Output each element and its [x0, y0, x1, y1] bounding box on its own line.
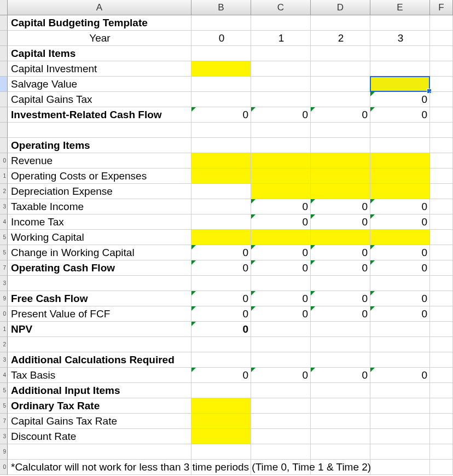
cell[interactable] — [370, 337, 430, 352]
year-3[interactable]: 3 — [370, 31, 430, 46]
cell[interactable] — [370, 352, 430, 368]
cell[interactable] — [430, 322, 453, 337]
discount-label[interactable]: Discount Rate — [8, 429, 191, 444]
cell[interactable] — [430, 368, 453, 383]
row-header[interactable]: 5 — [0, 245, 8, 260]
spreadsheet-grid[interactable]: A B C D E F Capital Budgeting Template Y… — [0, 0, 453, 475]
row-header[interactable] — [0, 46, 8, 61]
cell[interactable] — [191, 214, 251, 230]
cell[interactable] — [430, 92, 453, 107]
capital-investment-label[interactable]: Capital Investment — [8, 61, 191, 77]
cg-tax-input[interactable] — [191, 414, 251, 429]
cell[interactable] — [370, 429, 430, 444]
cell[interactable] — [311, 352, 370, 368]
cell[interactable] — [251, 383, 311, 398]
col-header-C[interactable]: C — [251, 0, 311, 15]
cell[interactable]: 0 — [191, 306, 251, 322]
cg-tax-label[interactable]: Capital Gains Tax Rate — [8, 414, 191, 429]
pv-fcf-label[interactable]: Present Value of FCF — [8, 306, 191, 322]
cell[interactable] — [191, 383, 251, 398]
row-header[interactable] — [0, 92, 8, 107]
cell[interactable] — [370, 383, 430, 398]
row-header[interactable]: 1 — [0, 169, 8, 184]
row-header[interactable]: 1 — [0, 322, 8, 337]
working-capital-input[interactable] — [191, 230, 251, 245]
capital-investment-input[interactable] — [191, 61, 251, 77]
op-costs-label[interactable]: Operating Costs or Expenses — [8, 169, 191, 184]
cell[interactable]: 0 — [370, 245, 430, 260]
working-capital-label[interactable]: Working Capital — [8, 230, 191, 245]
dep-exp-input[interactable] — [251, 184, 311, 199]
cell[interactable]: 0 — [311, 214, 370, 230]
cell[interactable] — [191, 199, 251, 214]
cell[interactable] — [311, 77, 370, 92]
cell[interactable] — [251, 322, 311, 337]
row-header[interactable]: 3 — [0, 429, 8, 444]
cell[interactable] — [430, 414, 453, 429]
cell[interactable] — [251, 414, 311, 429]
cell[interactable] — [430, 276, 453, 291]
cell[interactable] — [430, 260, 453, 276]
inv-cash-flow-label[interactable]: Investment-Related Cash Flow — [8, 107, 191, 123]
col-header-A[interactable]: A — [8, 0, 191, 15]
cell[interactable] — [251, 77, 311, 92]
cell[interactable] — [430, 337, 453, 352]
cell[interactable] — [430, 214, 453, 230]
cell[interactable] — [191, 15, 251, 31]
section-add-calc[interactable]: Additional Calculations Required — [8, 352, 191, 368]
cell[interactable] — [430, 291, 453, 306]
cell[interactable] — [191, 444, 251, 460]
cell[interactable]: 0 — [251, 291, 311, 306]
cell[interactable] — [191, 123, 251, 138]
row-header[interactable]: 0 — [0, 460, 8, 475]
revenue-label[interactable]: Revenue — [8, 153, 191, 169]
row-header[interactable]: 3 — [0, 352, 8, 368]
cell[interactable]: 0 — [370, 260, 430, 276]
cell[interactable]: 0 — [251, 368, 311, 383]
year-label[interactable]: Year — [8, 31, 191, 46]
row-header[interactable]: 0 — [0, 306, 8, 322]
cell[interactable] — [251, 352, 311, 368]
cell[interactable] — [8, 276, 191, 291]
cell[interactable] — [370, 15, 430, 31]
cell[interactable] — [251, 444, 311, 460]
cell[interactable] — [430, 184, 453, 199]
corner-cell[interactable] — [0, 0, 8, 15]
cell[interactable] — [370, 398, 430, 414]
cell[interactable]: 0 — [311, 107, 370, 123]
year-2[interactable]: 2 — [311, 31, 370, 46]
tax-basis-label[interactable]: Tax Basis — [8, 368, 191, 383]
cell[interactable]: 0 — [251, 107, 311, 123]
op-costs-input[interactable] — [191, 169, 251, 184]
cell[interactable] — [370, 46, 430, 61]
cell[interactable]: 0 — [311, 368, 370, 383]
cell[interactable] — [191, 46, 251, 61]
cell[interactable]: 0 — [370, 92, 430, 107]
cell[interactable] — [430, 169, 453, 184]
cell[interactable] — [191, 184, 251, 199]
cell[interactable]: 0 — [370, 306, 430, 322]
cell[interactable] — [430, 77, 453, 92]
cell[interactable]: 0 — [251, 245, 311, 260]
section-capital-items[interactable]: Capital Items — [8, 46, 191, 61]
salvage-value-label[interactable]: Salvage Value — [8, 77, 191, 92]
cell[interactable] — [311, 444, 370, 460]
cell[interactable] — [251, 138, 311, 153]
cell[interactable] — [370, 61, 430, 77]
cell[interactable] — [370, 322, 430, 337]
row-header[interactable]: 9 — [0, 291, 8, 306]
cell[interactable] — [430, 306, 453, 322]
revenue-input[interactable] — [251, 153, 311, 169]
cell[interactable]: 0 — [191, 107, 251, 123]
cell[interactable]: 0 — [370, 107, 430, 123]
row-header[interactable]: 7 — [0, 414, 8, 429]
row-header[interactable]: 5 — [0, 398, 8, 414]
row-header[interactable]: 3 — [0, 276, 8, 291]
cell[interactable]: 0 — [370, 214, 430, 230]
revenue-input[interactable] — [370, 153, 430, 169]
cell[interactable] — [430, 460, 453, 475]
cell[interactable] — [430, 383, 453, 398]
cell[interactable]: 0 — [311, 199, 370, 214]
cell[interactable] — [311, 276, 370, 291]
cell[interactable]: 0 — [191, 245, 251, 260]
